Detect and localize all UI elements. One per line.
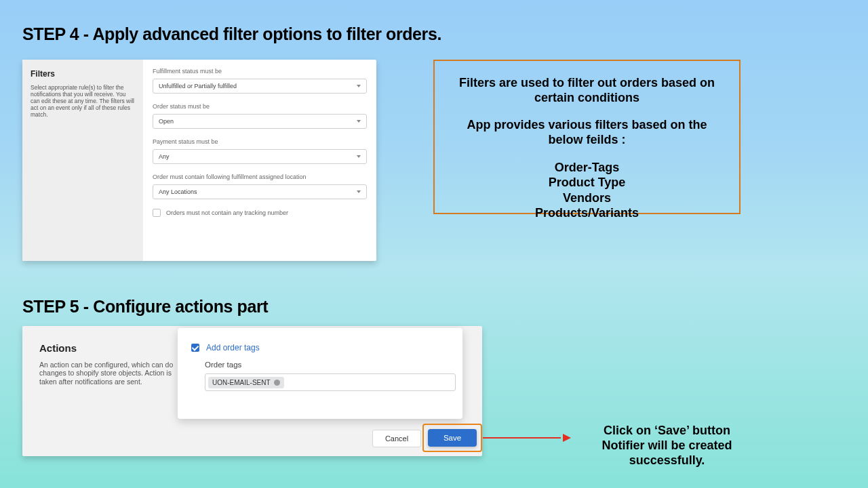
fulfillment-select[interactable]: Unfulfilled or Partially fulfilled xyxy=(153,79,367,94)
actions-title: Actions xyxy=(39,342,175,354)
checkbox-empty-icon xyxy=(153,209,161,217)
order-tags-label: Order tags xyxy=(205,361,449,369)
actions-subtitle: An action can be configured, which can d… xyxy=(39,361,175,386)
callout-item: Order-Tags xyxy=(451,160,723,176)
callout-list: Order-Tags Product Type Vendors Products… xyxy=(451,160,723,221)
add-order-tags-row[interactable]: Add order tags xyxy=(191,343,449,352)
arrow-line xyxy=(483,437,561,439)
save-label: Save xyxy=(443,434,461,442)
step4-heading: STEP 4 - Apply advanced filter options t… xyxy=(22,24,441,44)
location-select[interactable]: Any Locations xyxy=(153,184,367,199)
remove-tag-icon[interactable] xyxy=(274,380,280,386)
save-caption-l2: Notifier will be created successfully. xyxy=(574,439,760,468)
callout-line2: App provides various filters based on th… xyxy=(451,118,723,148)
orderstatus-label: Order status must be xyxy=(153,103,367,110)
checkbox-checked-icon xyxy=(191,344,199,352)
filters-title: Filters xyxy=(31,69,135,79)
save-caption-l1: Click on ‘Save’ button xyxy=(574,424,760,439)
step5-heading: STEP 5 - Configure actions part xyxy=(22,297,268,317)
arrow-annotation xyxy=(483,437,571,439)
callout-item: Product Type xyxy=(451,175,723,190)
chevron-down-icon xyxy=(357,190,361,193)
paymentstatus-value: Any xyxy=(159,153,170,160)
filters-sidebar: Filters Select appropriate rule(s) to fi… xyxy=(22,60,143,261)
callout-item: Vendors xyxy=(451,190,723,206)
tag-chip[interactable]: UON-EMAIL-SENT xyxy=(208,377,284,388)
filters-form: Fulfillment status must be Unfulfilled o… xyxy=(143,60,376,261)
filters-panel: Filters Select appropriate rule(s) to fi… xyxy=(22,60,376,261)
tracking-checkbox-label: Orders must not contain any tracking num… xyxy=(166,209,288,216)
chevron-down-icon xyxy=(357,155,361,158)
callout-item: Products/Variants xyxy=(451,205,723,221)
fulfillment-label: Fulfillment status must be xyxy=(153,68,367,75)
paymentstatus-select[interactable]: Any xyxy=(153,149,367,164)
tracking-checkbox-row[interactable]: Orders must not contain any tracking num… xyxy=(153,209,367,217)
orderstatus-select[interactable]: Open xyxy=(153,114,367,129)
chevron-down-icon xyxy=(357,85,361,87)
orderstatus-value: Open xyxy=(159,118,174,125)
actions-card: Add order tags Order tags UON-EMAIL-SENT xyxy=(178,328,462,419)
callout-line1: Filters are used to filter out orders ba… xyxy=(451,76,723,106)
save-caption: Click on ‘Save’ button Notifier will be … xyxy=(574,424,760,468)
filters-subtitle: Select appropriate rule(s) to filter the… xyxy=(31,84,135,118)
fulfillment-value: Unfulfilled or Partially fulfilled xyxy=(159,83,237,89)
cancel-label: Cancel xyxy=(385,434,408,443)
location-value: Any Locations xyxy=(159,188,197,195)
filters-callout: Filters are used to filter out orders ba… xyxy=(433,60,741,214)
save-button[interactable]: Save xyxy=(428,429,477,447)
chevron-down-icon xyxy=(357,120,361,123)
paymentstatus-label: Payment status must be xyxy=(153,138,367,145)
actions-sidebar: Actions An action can be configured, whi… xyxy=(39,342,175,386)
cancel-button[interactable]: Cancel xyxy=(372,430,421,447)
location-label: Order must contain following fulfillment… xyxy=(153,174,367,180)
arrow-head-icon xyxy=(563,434,571,442)
tag-chip-label: UON-EMAIL-SENT xyxy=(212,379,271,386)
order-tags-input[interactable]: UON-EMAIL-SENT xyxy=(205,373,456,391)
save-highlight: Save xyxy=(422,424,482,452)
add-order-tags-label: Add order tags xyxy=(206,343,260,352)
